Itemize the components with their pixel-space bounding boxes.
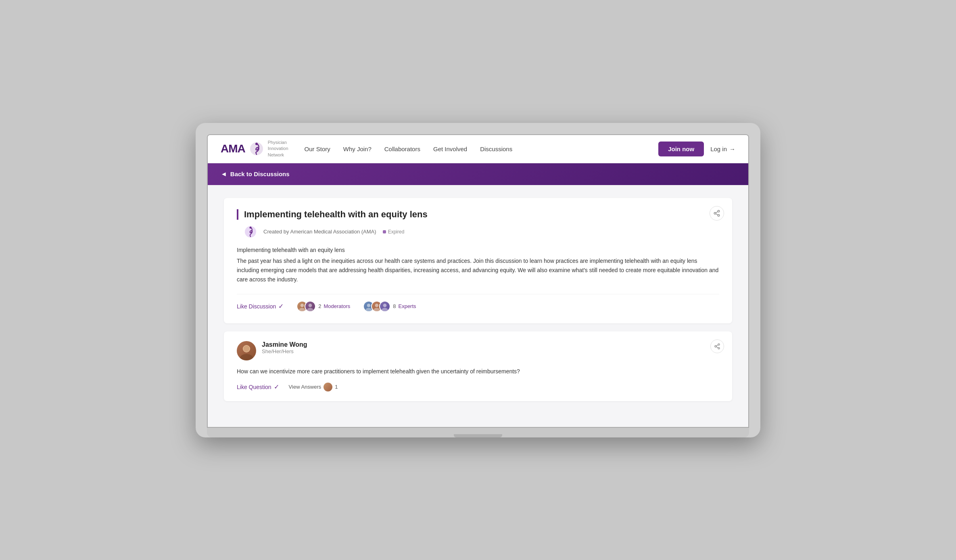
discussion-title: Implementing telehealth with an equity l…	[237, 209, 719, 220]
ama-text: AMA	[221, 142, 245, 155]
share-comment-button[interactable]	[710, 339, 724, 353]
discussion-body-line2: The past year has shed a light on the in…	[237, 256, 719, 284]
like-discussion-button[interactable]: Like Discussion ✓	[237, 302, 284, 310]
expired-dot	[383, 230, 386, 233]
person-icon	[380, 302, 390, 311]
person-icon	[305, 302, 315, 311]
navbar: AMA Physician Innovation Network Our Sto…	[208, 135, 748, 163]
nav-discussions[interactable]: Discussions	[480, 146, 512, 152]
answer-avatar	[324, 383, 332, 391]
moderators-count: 2	[318, 303, 321, 309]
svg-point-18	[382, 308, 388, 311]
svg-line-22	[716, 347, 718, 348]
share-discussion-button[interactable]	[710, 206, 724, 221]
like-check-icon: ✓	[278, 302, 284, 310]
commenter-avatar	[237, 341, 256, 360]
svg-point-16	[374, 308, 380, 311]
logo: AMA Physician Innovation Network	[221, 139, 288, 158]
svg-line-23	[716, 345, 718, 346]
network-title: Physician Innovation Network	[268, 139, 288, 158]
commenter-name: Jasmine Wong	[262, 341, 719, 348]
discussion-footer: Like Discussion ✓	[237, 294, 719, 312]
svg-point-19	[718, 343, 720, 345]
like-discussion-label: Like Discussion	[237, 303, 276, 310]
moderator-avatars	[296, 301, 316, 312]
svg-point-14	[366, 308, 372, 311]
laptop-base	[207, 428, 749, 437]
expert-avatars	[363, 301, 390, 312]
svg-point-17	[383, 304, 387, 307]
navbar-actions: Join now Log in →	[658, 142, 735, 156]
moderator-avatar-2	[305, 301, 316, 312]
experts-group: 8 Experts	[363, 301, 416, 312]
comment-text: How can we incentivize more care practit…	[237, 367, 719, 376]
discussion-card: Implementing telehealth with an equity l…	[224, 198, 732, 323]
like-question-label: Like Question	[237, 384, 271, 390]
svg-point-13	[367, 304, 371, 307]
like-question-button[interactable]: Like Question ✓	[237, 383, 279, 391]
expired-badge: Expired	[383, 229, 405, 235]
experts-count: 8	[393, 303, 396, 309]
back-arrow-icon: ◄	[221, 171, 227, 178]
svg-line-5	[716, 214, 718, 215]
expert-avatar-3	[379, 301, 390, 312]
svg-point-15	[375, 304, 379, 307]
created-by-text: Created by American Medical Association …	[263, 229, 376, 235]
discussion-meta: Created by American Medical Association …	[237, 225, 719, 238]
commenter-avatar-image	[237, 341, 256, 360]
svg-point-2	[718, 210, 720, 212]
svg-point-20	[715, 346, 716, 347]
back-banner: ◄ Back to Discussions	[208, 163, 748, 185]
moderators-group: 2 Moderators	[296, 301, 350, 312]
like-question-check-icon: ✓	[274, 383, 279, 391]
share-icon	[713, 210, 720, 217]
svg-point-10	[299, 308, 305, 311]
svg-point-4	[718, 214, 720, 217]
discussion-body: Implementing telehealth with an equity l…	[237, 246, 719, 284]
join-now-button[interactable]: Join now	[658, 142, 704, 156]
nav-links: Our Story Why Join? Collaborators Get In…	[305, 146, 659, 152]
svg-point-26	[243, 346, 250, 352]
svg-point-8	[250, 227, 252, 229]
view-answers-label: View Answers	[289, 384, 321, 390]
discussion-body-line1: Implementing telehealth with an equity l…	[237, 246, 719, 255]
nav-collaborators[interactable]: Collaborators	[384, 146, 420, 152]
experts-label[interactable]: Experts	[398, 303, 416, 309]
nav-get-involved[interactable]: Get Involved	[433, 146, 467, 152]
comment-header: Jasmine Wong She/Her/Hers	[237, 341, 719, 360]
expired-label: Expired	[388, 229, 405, 235]
answers-count: 1	[335, 384, 338, 390]
login-button[interactable]: Log in →	[710, 146, 735, 152]
main-content: Implementing telehealth with an equity l…	[208, 185, 748, 427]
arrow-right-icon: →	[729, 146, 735, 152]
back-to-discussions-link[interactable]: Back to Discussions	[230, 171, 290, 177]
svg-line-6	[716, 211, 718, 212]
login-label: Log in	[710, 146, 727, 152]
nav-our-story[interactable]: Our Story	[305, 146, 330, 152]
commenter-info: Jasmine Wong She/Her/Hers	[262, 341, 719, 354]
svg-point-12	[307, 308, 313, 311]
moderators-label[interactable]: Moderators	[324, 303, 351, 309]
ama-meta-icon	[244, 225, 257, 238]
comment-footer: Like Question ✓ View Answers 1	[237, 383, 719, 391]
comment-card: Jasmine Wong She/Her/Hers How can we inc…	[224, 331, 732, 401]
nav-why-join[interactable]: Why Join?	[343, 146, 372, 152]
svg-point-11	[309, 304, 312, 307]
ama-logo-icon	[249, 142, 264, 156]
svg-point-1	[255, 143, 258, 145]
svg-point-3	[714, 212, 716, 214]
view-answers-button[interactable]: View Answers 1	[289, 383, 338, 391]
share-comment-icon	[714, 343, 720, 350]
svg-point-21	[718, 348, 720, 349]
svg-point-9	[301, 304, 304, 307]
svg-point-25	[240, 354, 253, 360]
commenter-pronouns: She/Her/Hers	[262, 348, 719, 354]
